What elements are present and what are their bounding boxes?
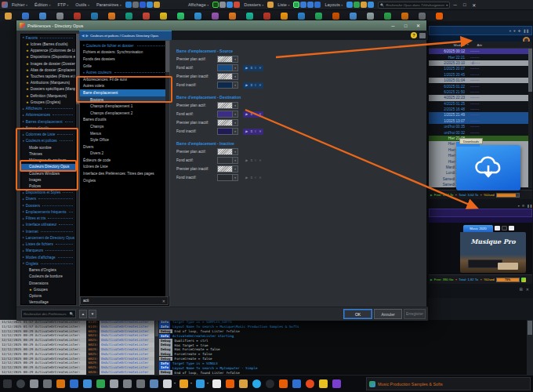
tree-item[interactable]: ★ Dispositions et Styles [21, 190, 75, 196]
color-category-item[interactable]: Autres couleurs [80, 69, 169, 76]
taskbar-icon[interactable] [292, 379, 301, 388]
tree-item[interactable]: ★ Lancement de Directory Opus [21, 234, 75, 241]
apply-icon[interactable]: ▶ [245, 83, 248, 87]
toolbar-icon[interactable] [194, 13, 201, 20]
camera-icon[interactable] [132, 2, 139, 8]
dialog-title-bar[interactable]: Préférences - Directory Opus ─ □ ✕ [16, 20, 426, 31]
swatch-tool-buttons[interactable]: ▶ ⇅ ≡ ✕ [243, 129, 263, 135]
color-swatch[interactable]: ▾ [217, 157, 238, 164]
color-category-item[interactable]: Fichiers et dossiers: Synchronisation [80, 49, 169, 56]
file-list-scrollbar[interactable] [528, 49, 532, 188]
nav-back-icon[interactable]: ◀ [82, 34, 84, 38]
taskbar-icon[interactable] [136, 379, 145, 388]
taskbar-icon[interactable] [70, 379, 78, 388]
locbar2-gear-icon[interactable]: ⚙ [522, 204, 525, 208]
color-swatch[interactable]: ▾ [217, 56, 238, 63]
color-category-item[interactable]: Barre d'emplacement [80, 89, 169, 96]
file-row[interactable]: 1/2025 13:07 ------ [429, 118, 532, 124]
window-maximize-button[interactable]: □ [460, 2, 469, 7]
locbar-favorite-icon[interactable]: ♥ [513, 29, 516, 33]
toolbar-icon[interactable] [39, 13, 46, 20]
tree-item[interactable]: ★ Mode sombre [21, 144, 75, 151]
clear-icon[interactable]: ✕ [259, 66, 262, 70]
locbar-add-icon[interactable]: ✚ [518, 29, 521, 33]
swatch-tool-buttons[interactable]: ▶ ⇅ ≡ ✕ [243, 175, 263, 181]
swap-icon[interactable]: ⇅ [250, 112, 253, 116]
toolbar-icon[interactable] [143, 13, 150, 20]
clear-icon[interactable]: ✕ [259, 129, 262, 133]
taskbar-icon[interactable] [179, 379, 188, 388]
taskbar-icon[interactable] [239, 379, 248, 388]
tree-item[interactable]: ★ Dimensions [21, 280, 75, 286]
toolbar-icon[interactable] [315, 13, 322, 20]
menu-liste[interactable]: Liste ▾ [274, 2, 292, 7]
window-close-button[interactable]: ✕ [470, 2, 478, 8]
log-datetime-pane[interactable]: 11/12/2025 01:57 ActivateOrCreateLister:… [0, 320, 86, 375]
tree-item[interactable]: ★ Afficheurs [21, 106, 75, 112]
color-category-item[interactable]: Champs d'emplacement 2 [80, 110, 169, 117]
toolbar-icon[interactable] [263, 13, 270, 20]
file-row[interactable]: 2/2025 23:10 -d---- [429, 60, 532, 66]
color-swatch[interactable]: ▾ [217, 82, 238, 89]
taskbar-icon[interactable] [43, 379, 52, 388]
apply-icon[interactable]: ▶ [245, 158, 248, 162]
log-match-pane[interactable]: OnActivateOrCreateListerOnActivateOrCrea… [100, 320, 154, 375]
opus-search-box[interactable]: 🔍 ▾ [378, 2, 450, 9]
help-icon[interactable]: ? [411, 32, 417, 38]
taskbar-icon[interactable] [319, 379, 328, 388]
view-monitor-icon[interactable] [227, 2, 233, 8]
taskbar-icon[interactable] [16, 379, 25, 388]
save-button[interactable]: Enregistrer [404, 309, 426, 319]
color-category-item[interactable]: Arborescences: Fil de suivi [80, 76, 169, 83]
tree-item[interactable]: ★ Définition (Marqueurs) [21, 93, 75, 99]
menu-icon[interactable]: ≡ [255, 158, 256, 162]
toolbar-icon[interactable] [298, 13, 305, 20]
dialog-maximize-button[interactable]: □ [401, 24, 411, 28]
toolbar-icon[interactable] [367, 13, 374, 20]
search-prev-button[interactable]: ▲ [79, 310, 87, 318]
swatch-dropdown-icon[interactable]: ▾ [232, 74, 237, 79]
nav-forward-icon[interactable]: ▶ [85, 34, 88, 38]
swatch-tool-buttons[interactable]: ▶ ⇅ ≡ ✕ [243, 158, 263, 164]
menu-layouts[interactable]: Layouts ▾ [321, 2, 346, 7]
tree-item[interactable]: ★ Mélangeur de couleurs [21, 157, 75, 163]
toolbar-icon[interactable] [22, 13, 29, 20]
tree-item[interactable]: ★ Dispositions (Dispositions et Styl... [21, 54, 75, 60]
toolbar-icon[interactable] [74, 13, 81, 20]
filter-clear-icon[interactable]: ✕ [162, 299, 165, 303]
tree-item[interactable]: ★ Internet [21, 228, 75, 234]
swap-icon[interactable]: ⇅ [250, 158, 253, 162]
toolbar-icon[interactable] [419, 13, 426, 20]
color-swatch[interactable]: ▾ [217, 165, 238, 172]
layout3-icon[interactable] [361, 2, 367, 8]
swatch-dropdown-icon[interactable]: ▾ [232, 129, 237, 134]
script-console[interactable]: Info Target Type is = SAMPLES_SOFTS Info… [159, 320, 527, 375]
locbar-pause-icon[interactable]: ❚❚ [523, 29, 529, 33]
taskbar-icon[interactable] [226, 379, 234, 388]
downloads-folder-icon[interactable] [456, 145, 520, 191]
taskbar-active-window[interactable]: Music Production Samples & Softs [366, 377, 531, 390]
locbar-dropdown-icon[interactable]: ▾ [509, 29, 511, 33]
swap-icon[interactable]: ⇅ [250, 66, 253, 70]
taskbar-icon[interactable] [163, 379, 172, 388]
menu-icon[interactable]: ≡ [255, 112, 256, 116]
color-category-item[interactable]: Style Office [80, 136, 169, 143]
menu-icon[interactable]: ≡ [255, 129, 256, 133]
menu-edition[interactable]: Édition ▾ [31, 2, 53, 7]
toolbar-icon[interactable] [56, 13, 63, 20]
music-folder-tab[interactable]: Music 2020 [463, 225, 493, 232]
tree-item[interactable]: ★ Barres d'Onglets [21, 267, 75, 273]
swatch-dropdown-icon[interactable]: ▾ [232, 149, 237, 154]
color-swatch[interactable]: ▾ [217, 111, 238, 118]
tree-item[interactable]: ★ Colonnes de Liste [21, 132, 75, 138]
color-category-item[interactable]: Autres volets [80, 83, 169, 90]
list-mode-icon[interactable] [293, 2, 299, 8]
menu-icon[interactable]: ≡ [255, 83, 256, 87]
preferences-search-input[interactable] [24, 312, 69, 316]
menu-icon[interactable]: ≡ [255, 66, 256, 70]
file-row[interactable]: 1/2025 20:45 ------ [429, 72, 532, 78]
clear-icon[interactable]: ✕ [259, 176, 262, 180]
tree-item[interactable]: ★ Interface utilisateur [21, 222, 75, 228]
apply-icon[interactable]: ▶ [245, 129, 248, 133]
clear-icon[interactable]: ✕ [259, 83, 262, 87]
